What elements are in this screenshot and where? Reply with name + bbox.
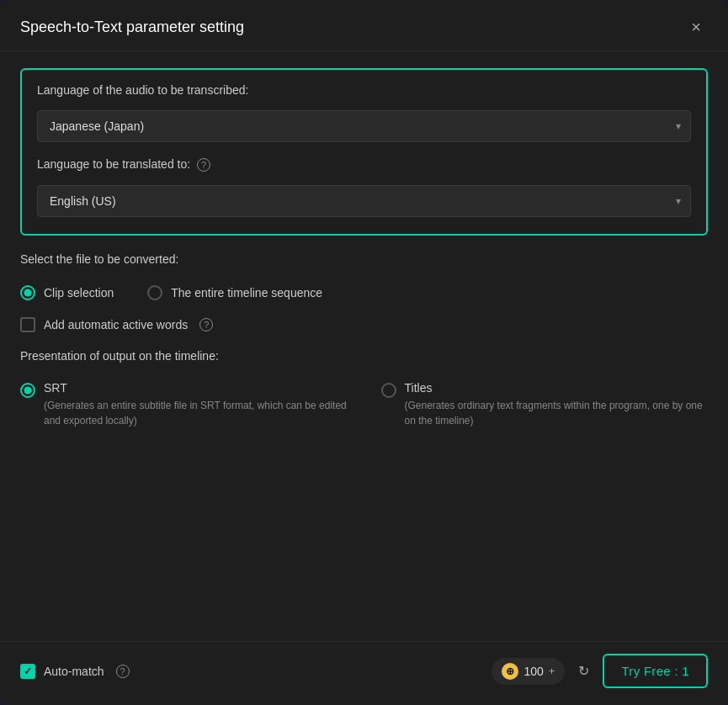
translation-language-select[interactable]: English (US) Japanese (Japan) French (Fr… [37, 185, 691, 217]
credits-badge: ⊕ 100 + [492, 658, 565, 685]
translation-language-select-wrapper: English (US) Japanese (Japan) French (Fr… [37, 185, 691, 217]
file-selection-label: Select the file to be converted: [20, 252, 708, 266]
audio-language-group: Language of the audio to be transcribed:… [37, 83, 691, 142]
clip-selection-radio[interactable] [20, 285, 35, 300]
srt-desc-group: SRT (Generates an entire subtitle file i… [44, 381, 348, 428]
audio-language-select[interactable]: Japanese (Japan) English (US) French (Fr… [37, 110, 691, 142]
close-button[interactable]: × [684, 15, 708, 39]
auto-active-help-icon[interactable]: ? [199, 318, 213, 331]
auto-match-label: Auto-match [44, 665, 104, 678]
credits-coin-icon: ⊕ [502, 663, 518, 680]
footer-left: Auto-match ? [20, 664, 130, 679]
speech-to-text-dialog: Speech-to-Text parameter setting × Langu… [0, 0, 728, 705]
auto-active-words-section: Add automatic active words ? [20, 317, 708, 332]
translation-language-label: Language to be translated to: ? [37, 157, 691, 172]
titles-label: Titles [405, 381, 709, 395]
timeline-sequence-radio-item[interactable]: The entire timeline sequence [147, 284, 322, 300]
timeline-sequence-label: The entire timeline sequence [171, 286, 322, 299]
try-free-button[interactable]: Try Free : 1 [603, 654, 708, 688]
output-section-label: Presentation of output on the timeline: [20, 349, 708, 363]
file-selection-radio-group: Clip selection The entire timeline seque… [20, 284, 708, 300]
footer-right: ⊕ 100 + ↻ Try Free : 1 [492, 654, 708, 688]
translation-language-group: Language to be translated to: ? English … [37, 157, 691, 217]
credits-plus-icon: + [549, 665, 555, 677]
auto-active-words-checkbox-item[interactable]: Add automatic active words ? [20, 317, 708, 332]
srt-description: (Generates an entire subtitle file in SR… [44, 398, 348, 428]
auto-match-checkbox[interactable] [20, 664, 35, 679]
titles-description: (Generates ordinary text fragments withi… [405, 398, 709, 428]
srt-label: SRT [44, 381, 348, 395]
audio-language-label: Language of the audio to be transcribed: [37, 83, 691, 97]
titles-radio[interactable] [381, 383, 396, 398]
dialog-footer: Auto-match ? ⊕ 100 + ↻ Try Free : 1 [0, 641, 728, 705]
clip-selection-label: Clip selection [44, 286, 114, 299]
auto-match-help-icon[interactable]: ? [116, 665, 130, 678]
file-selection-section: Select the file to be converted: Clip se… [20, 252, 708, 300]
dialog-title: Speech-to-Text parameter setting [20, 19, 244, 36]
credits-value: 100 [523, 665, 543, 678]
output-section: Presentation of output on the timeline: … [20, 349, 708, 428]
auto-active-words-label: Add automatic active words [44, 318, 188, 331]
auto-active-words-checkbox[interactable] [20, 317, 35, 332]
srt-radio-item[interactable]: SRT (Generates an entire subtitle file i… [20, 381, 348, 428]
output-radio-group: SRT (Generates an entire subtitle file i… [20, 381, 708, 428]
dialog-body: Language of the audio to be transcribed:… [0, 51, 728, 641]
translation-help-icon[interactable]: ? [197, 158, 210, 172]
clip-selection-radio-item[interactable]: Clip selection [20, 284, 114, 300]
dialog-header: Speech-to-Text parameter setting × [0, 0, 728, 51]
titles-radio-item[interactable]: Titles (Generates ordinary text fragment… [381, 381, 709, 428]
titles-desc-group: Titles (Generates ordinary text fragment… [405, 381, 709, 428]
timeline-sequence-radio[interactable] [147, 285, 162, 300]
auto-match-checkbox-item[interactable]: Auto-match ? [20, 664, 130, 679]
refresh-button[interactable]: ↻ [575, 660, 592, 682]
language-section: Language of the audio to be transcribed:… [20, 68, 708, 236]
srt-radio[interactable] [20, 383, 35, 398]
audio-language-select-wrapper: Japanese (Japan) English (US) French (Fr… [37, 110, 691, 142]
